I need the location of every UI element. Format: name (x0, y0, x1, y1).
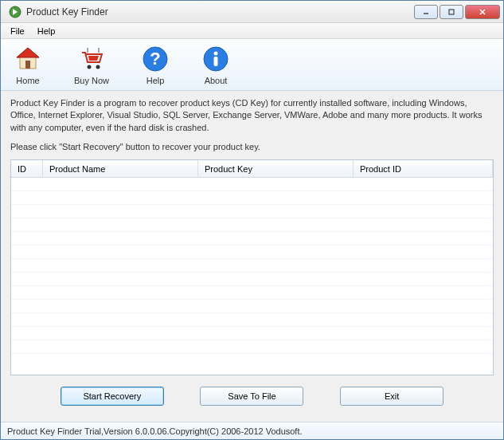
window-title: Product Key Finder (26, 6, 414, 18)
column-header-id[interactable]: ID (11, 160, 43, 177)
results-table[interactable]: ID Product Name Product Key Product ID (10, 159, 494, 375)
toolbar-about-label: About (205, 76, 228, 85)
table-row (11, 313, 493, 327)
titlebar: Product Key Finder (1, 1, 503, 23)
window-controls (414, 5, 500, 19)
table-row (11, 300, 493, 313)
content-area: Product Key Finder is a program to recov… (1, 91, 503, 422)
maximize-button[interactable] (440, 5, 463, 19)
table-row (11, 232, 493, 246)
table-row (11, 273, 493, 286)
status-text: Product Key Finder Trial,Version 6.0.0.0… (7, 426, 303, 436)
menu-help[interactable]: Help (31, 25, 62, 37)
column-header-product-key[interactable]: Product Key (198, 160, 354, 177)
info-icon (201, 45, 230, 73)
app-icon (9, 6, 21, 18)
svg-rect-14 (214, 57, 218, 66)
table-row (11, 327, 493, 340)
table-row (11, 286, 493, 300)
table-row (11, 178, 493, 191)
cart-icon (77, 45, 106, 73)
svg-rect-5 (25, 61, 30, 69)
column-header-product-id[interactable]: Product ID (354, 160, 493, 177)
toolbar-about-button[interactable]: About (198, 42, 233, 88)
help-icon: ? (141, 45, 170, 73)
svg-rect-2 (449, 10, 454, 14)
svg-point-6 (88, 65, 92, 69)
svg-point-13 (214, 51, 218, 55)
description-text-2: Please click "Start Recovery" button to … (10, 142, 494, 151)
menubar: File Help (1, 23, 503, 39)
minimize-button[interactable] (414, 5, 438, 19)
table-row (11, 259, 493, 273)
toolbar: Home Buy Now ? Help About (1, 39, 503, 91)
start-recovery-button[interactable]: Start Recovery (61, 387, 164, 406)
table-row (11, 205, 493, 218)
button-row: Start Recovery Save To File Exit (10, 375, 494, 415)
toolbar-buynow-label: Buy Now (74, 76, 109, 85)
table-row (11, 340, 493, 354)
statusbar: Product Key Finder Trial,Version 6.0.0.0… (1, 422, 503, 439)
close-button[interactable] (465, 5, 500, 19)
table-body (11, 178, 493, 354)
table-header: ID Product Name Product Key Product ID (11, 160, 493, 178)
toolbar-help-button[interactable]: ? Help (138, 42, 173, 88)
table-row (11, 191, 493, 205)
description-text-1: Product Key Finder is a program to recov… (10, 97, 494, 134)
save-to-file-button[interactable]: Save To File (200, 387, 303, 406)
toolbar-buynow-button[interactable]: Buy Now (71, 42, 112, 88)
menu-file[interactable]: File (4, 25, 31, 37)
toolbar-home-button[interactable]: Home (10, 42, 45, 88)
column-header-product-name[interactable]: Product Name (43, 160, 198, 177)
table-row (11, 246, 493, 259)
table-row (11, 218, 493, 232)
home-icon (14, 45, 42, 73)
app-window: Product Key Finder File Help Home (0, 0, 504, 440)
svg-text:?: ? (150, 49, 160, 69)
toolbar-home-label: Home (16, 76, 39, 85)
toolbar-help-label: Help (147, 76, 165, 85)
exit-button[interactable]: Exit (340, 387, 443, 406)
svg-point-7 (96, 65, 100, 69)
